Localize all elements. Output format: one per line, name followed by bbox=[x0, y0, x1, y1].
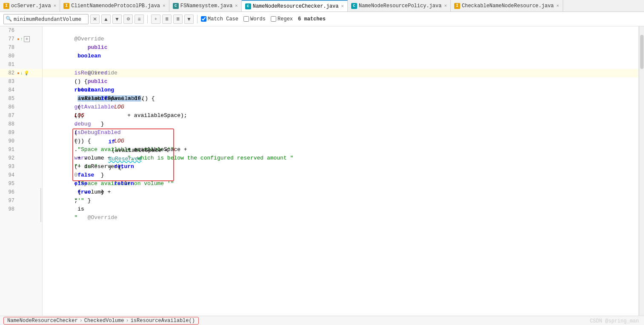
code-content[interactable]: @Override public boolean isRequired () {… bbox=[43, 26, 639, 316]
code-line-81: @Override bbox=[43, 60, 639, 69]
code-line-83: long availableSpace = df. getAvailable (… bbox=[43, 77, 639, 86]
line-number-93: 93 bbox=[0, 164, 17, 170]
line-number-85: 85 bbox=[0, 96, 17, 102]
add-icon-77[interactable]: + bbox=[24, 36, 30, 42]
code-line-77: public boolean isRequired () { return re… bbox=[43, 35, 639, 43]
line-number-89: 89 bbox=[0, 130, 17, 136]
line-number-87: 87 bbox=[0, 113, 17, 119]
prev-match-button[interactable]: ▲ bbox=[101, 14, 111, 24]
match-count: 6 matches bbox=[298, 16, 326, 22]
match-case-text: Match Case bbox=[208, 16, 238, 22]
tab-checkablenamenoderesource[interactable]: I CheckableNameNodeResource.java × bbox=[451, 0, 563, 12]
gutter-row-92: 92 bbox=[0, 154, 42, 162]
gutter-row-84: 84 bbox=[0, 86, 42, 94]
line-number-90: 90 bbox=[0, 138, 17, 144]
breadcrumb-sep2: › bbox=[126, 318, 129, 324]
line-number-88: 88 bbox=[0, 121, 17, 127]
tab-fsnamesystem[interactable]: c FSNamesystem.java × bbox=[169, 0, 242, 12]
line-number-96: 96 bbox=[0, 189, 17, 195]
gutter-row-83: 83 bbox=[0, 77, 42, 86]
tab-close-namenoderesourcepolicy[interactable]: × bbox=[444, 3, 447, 9]
tab-icon-clientnamenode: I bbox=[63, 3, 69, 9]
red-box-line-88: if (availableSpace < duReserved ) { bbox=[72, 128, 174, 181]
words-checkbox[interactable] bbox=[243, 16, 249, 22]
line-number-94: 94 bbox=[0, 172, 17, 178]
line-number-98: 98 bbox=[0, 206, 17, 212]
marker-icon-77: ↑ bbox=[20, 37, 23, 42]
line-number-97: 97 bbox=[0, 198, 17, 204]
breadcrumb-inner-class: CheckedVolume bbox=[84, 318, 124, 324]
match-case-checkbox[interactable] bbox=[201, 16, 206, 22]
search-filter-button[interactable]: ≡ bbox=[135, 14, 144, 24]
search-extra-button3[interactable]: ≣ bbox=[173, 14, 183, 24]
gutter-row-76: 76 bbox=[0, 26, 42, 35]
hint-icon-82: 💡 bbox=[24, 71, 29, 76]
breakpoint-icon-82[interactable]: ● bbox=[17, 71, 20, 76]
right-border bbox=[638, 26, 639, 316]
tab-icon-namenoderesourcechecker: c bbox=[245, 3, 251, 9]
tab-close-checkablenamenoderesource[interactable]: × bbox=[556, 3, 559, 9]
tab-close-fsnamesystem[interactable]: × bbox=[235, 3, 238, 9]
search-input-wrapper: 🔍 bbox=[3, 14, 89, 24]
line-number-76: 76 bbox=[0, 28, 17, 34]
gutter-row-80: 80 bbox=[0, 52, 42, 60]
tab-bar: I ocServer.java × I ClientNamenodeProtoc… bbox=[0, 0, 644, 12]
gutter-row-78: 78 bbox=[0, 43, 42, 52]
search-filter2-button[interactable]: ▼ bbox=[184, 14, 194, 24]
gutter-row-90: 90 bbox=[0, 137, 42, 145]
gutter-row-85: 85 bbox=[0, 94, 42, 103]
tab-close-ocserver[interactable]: × bbox=[54, 3, 57, 9]
breadcrumb-method: isResourceAvailable() bbox=[131, 318, 195, 324]
next-match-button[interactable]: ▼ bbox=[112, 14, 122, 24]
status-bar: NameNodeResourceChecker › CheckedVolume … bbox=[0, 316, 644, 325]
scrollbar-thumb[interactable] bbox=[640, 35, 644, 69]
line-number-83: 83 bbox=[0, 79, 17, 85]
gutter-row-89: 89 bbox=[0, 128, 42, 137]
gutter-row-87: 87 bbox=[0, 111, 42, 120]
code-area: 76 77 ● ↑ + 78 80 81 bbox=[0, 26, 644, 316]
regex-text: Regex bbox=[278, 16, 293, 22]
search-extra-button2[interactable]: ≣ bbox=[162, 14, 172, 24]
tab-close-namenoderesourcechecker[interactable]: × bbox=[341, 4, 344, 9]
gutter-row-91: 91 bbox=[0, 145, 42, 154]
code-line-86: + availableSpace); bbox=[43, 103, 639, 111]
words-text: Words bbox=[250, 16, 266, 22]
line-number-92: 92 bbox=[0, 155, 17, 161]
gutter-row-98: 98 bbox=[0, 205, 42, 214]
clear-search-button[interactable]: ✕ bbox=[90, 14, 100, 24]
search-settings-button[interactable]: ⚙ bbox=[123, 14, 133, 24]
words-label[interactable]: Words bbox=[243, 16, 266, 22]
regex-label[interactable]: Regex bbox=[271, 16, 293, 22]
regex-checkbox[interactable] bbox=[271, 16, 276, 22]
code-line-98: @Override bbox=[43, 205, 639, 214]
match-case-label[interactable]: Match Case bbox=[201, 16, 238, 22]
line-gutter: 76 77 ● ↑ + 78 80 81 bbox=[0, 26, 43, 316]
tab-icon-namenoderesourcepolicy: c bbox=[351, 3, 357, 9]
code-line-97 bbox=[43, 197, 639, 205]
code-line-88: if (availableSpace < duReserved ) { bbox=[43, 120, 639, 128]
search-extra-button1[interactable]: + bbox=[151, 14, 160, 24]
line-number-86: 86 bbox=[0, 104, 17, 110]
line-number-84: 84 bbox=[0, 87, 17, 93]
tab-label-checkablenamenoderesource: CheckableNameNodeResource.java bbox=[462, 3, 554, 9]
tab-label-fsnamesystem: FSNamesystem.java bbox=[180, 3, 232, 9]
gutter-row-86: 86 bbox=[0, 103, 42, 111]
annotation-76: @Override bbox=[74, 36, 104, 42]
tab-clientnamenode[interactable]: I ClientNamenodeProtocolPB.java × bbox=[60, 0, 169, 12]
search-input[interactable] bbox=[14, 16, 82, 22]
code-line-78 bbox=[43, 43, 639, 52]
watermark: CSDN @spring_man bbox=[590, 318, 639, 324]
gutter-row-96: 96 bbox=[0, 188, 42, 197]
breakpoint-icon-77[interactable]: ● bbox=[17, 37, 20, 42]
tab-namenoderesourcepolicy[interactable]: c NameNodeResourcePolicy.java × bbox=[348, 0, 451, 12]
tab-icon-fsnamesystem: c bbox=[173, 3, 179, 9]
breadcrumb: NameNodeResourceChecker › CheckedVolume … bbox=[3, 317, 199, 325]
tab-ocserver[interactable]: I ocServer.java × bbox=[0, 0, 60, 12]
line-number-80: 80 bbox=[0, 53, 17, 59]
gutter-row-93: 93 bbox=[0, 162, 42, 171]
tab-close-clientnamenode[interactable]: × bbox=[163, 3, 166, 9]
gutter-row-88: 88 bbox=[0, 120, 42, 128]
tab-namenoderesourcechecker[interactable]: c NameNodeResourceChecker.java × bbox=[242, 0, 348, 12]
vertical-scrollbar[interactable] bbox=[639, 26, 644, 316]
marker-icon-82: ↓ bbox=[20, 71, 23, 76]
